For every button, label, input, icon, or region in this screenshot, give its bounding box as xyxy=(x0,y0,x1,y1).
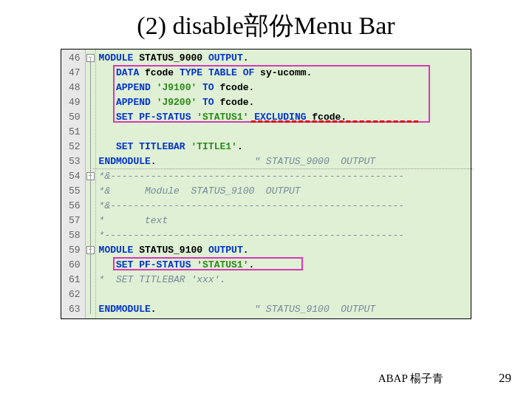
line-number: 47 xyxy=(69,66,81,81)
line-number: 50 xyxy=(69,110,81,125)
code-line xyxy=(99,125,468,140)
line-number: 49 xyxy=(69,95,81,110)
code-line: ENDMODULE. " STATUS_9000 OUTPUT xyxy=(99,154,468,169)
code-line: APPEND 'J9200' TO fcode. xyxy=(99,95,468,110)
line-number: 58 xyxy=(69,228,81,243)
code-line xyxy=(99,287,468,302)
line-number: 62 xyxy=(69,287,81,302)
line-number: 48 xyxy=(69,81,81,95)
line-number: 63 xyxy=(69,302,81,317)
code-line: *& Module STATUS_9100 OUTPUT xyxy=(99,184,468,199)
slide-title: (2) disable部份Menu Bar xyxy=(0,0,532,49)
line-number: 55 xyxy=(69,184,81,199)
line-number: 53 xyxy=(69,154,81,169)
code-line: MODULE STATUS_9000 OUTPUT. xyxy=(99,51,468,66)
line-number: 56 xyxy=(69,199,81,214)
code-line: SET PF-STATUS 'STATUS1' EXCLUDING fcode. xyxy=(99,110,468,125)
line-number: 60 xyxy=(69,258,81,273)
code-line: ENDMODULE. " STATUS_9100 OUTPUT xyxy=(99,302,468,317)
line-number: 57 xyxy=(69,214,81,228)
code-editor: 464748495051525354555657585960616263 −−−… xyxy=(61,49,471,319)
line-number: 54 xyxy=(69,169,81,184)
footer-page-number: 29 xyxy=(499,371,511,386)
footer-author: ABAP 楊子青 xyxy=(378,372,443,386)
line-number: 46 xyxy=(69,51,81,66)
line-number: 59 xyxy=(69,243,81,258)
code-line: APPEND 'J9100' TO fcode. xyxy=(99,81,468,95)
code-line: * text xyxy=(99,214,468,228)
code-line: DATA fcode TYPE TABLE OF sy-ucomm. xyxy=(99,66,468,81)
code-line: *&--------------------------------------… xyxy=(99,169,468,184)
code-line: MODULE STATUS_9100 OUTPUT. xyxy=(99,243,468,258)
fold-column: −−− xyxy=(86,50,96,318)
code-line: * SET TITLEBAR 'xxx'. xyxy=(99,273,468,287)
code-line: *---------------------------------------… xyxy=(99,228,468,243)
code-line: SET PF-STATUS 'STATUS1'. xyxy=(99,258,468,273)
code-line: *&--------------------------------------… xyxy=(99,199,468,214)
line-number: 51 xyxy=(69,125,81,140)
code-area: MODULE STATUS_9000 OUTPUT. DATA fcode TY… xyxy=(96,50,471,318)
line-number: 61 xyxy=(69,273,81,287)
line-number-gutter: 464748495051525354555657585960616263 xyxy=(61,50,86,318)
line-number: 52 xyxy=(69,140,81,154)
code-line: SET TITLEBAR 'TITLE1'. xyxy=(99,140,468,154)
